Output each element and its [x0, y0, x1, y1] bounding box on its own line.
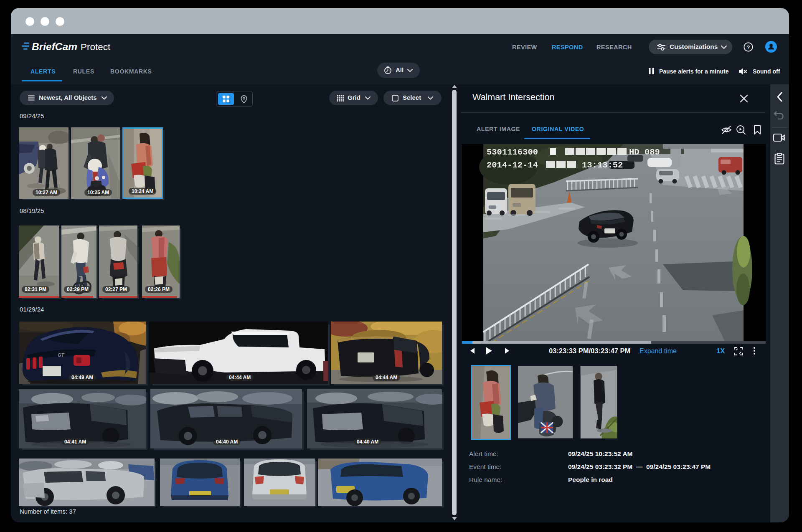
svg-text:Protect: Protect [81, 42, 111, 52]
svg-text:13:13:52: 13:13:52 [582, 160, 623, 170]
svg-text:HD 089: HD 089 [629, 147, 660, 157]
svg-text:?: ? [747, 44, 750, 51]
svg-text:BriefCam: BriefCam [32, 41, 77, 52]
svg-text:2014-12-14: 2014-12-14 [487, 160, 538, 170]
svg-text:GT: GT [58, 352, 65, 357]
svg-text:5301116300: 5301116300 [487, 147, 538, 157]
